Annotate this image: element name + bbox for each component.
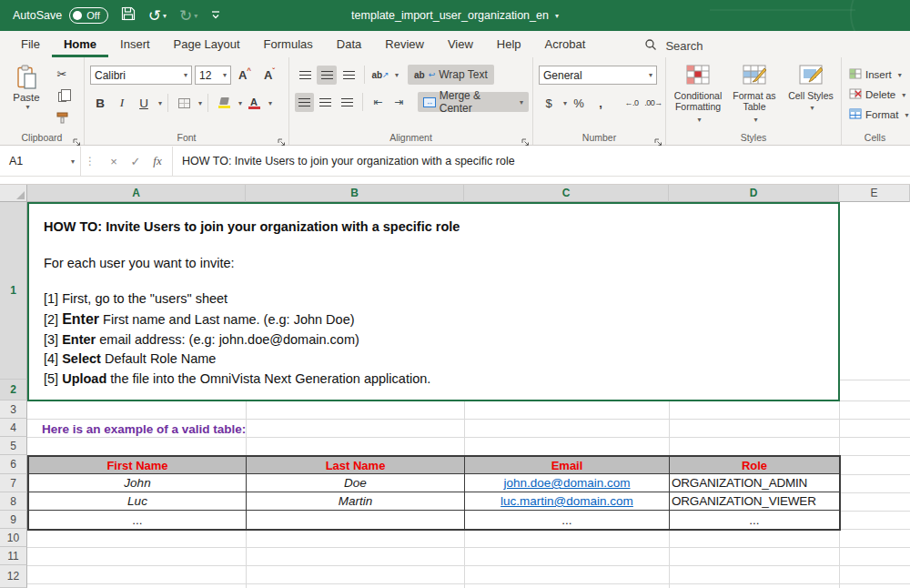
table-header-last-name[interactable]: Last Name xyxy=(247,457,465,474)
name-box[interactable]: A1 ▾ xyxy=(0,147,80,176)
column-header-d[interactable]: D xyxy=(669,185,839,202)
table-header-role[interactable]: Role xyxy=(670,457,839,474)
alignment-dialog-launcher[interactable] xyxy=(521,134,530,142)
accounting-format-button[interactable]: $ xyxy=(539,93,559,113)
cell-last-name[interactable]: Martin xyxy=(247,492,465,511)
document-title[interactable]: template_import_user_organization_en ▾ xyxy=(351,0,559,31)
delete-cells-button[interactable]: Delete ▾ xyxy=(847,85,905,105)
decrease-indent-button[interactable]: ⇤ xyxy=(369,93,388,112)
selected-cell-a1[interactable]: HOW TO: Invite Users to join your organi… xyxy=(27,202,840,401)
conditional-formatting-button[interactable]: Conditional Formatting ▾ xyxy=(672,65,724,130)
save-button[interactable] xyxy=(121,6,136,25)
select-all-corner[interactable] xyxy=(0,185,27,202)
tab-file[interactable]: File xyxy=(9,31,52,57)
cell-first-name[interactable]: ... xyxy=(29,511,247,529)
align-left-button[interactable] xyxy=(295,93,314,112)
cell-email[interactable]: ... xyxy=(465,511,670,529)
tab-review[interactable]: Review xyxy=(373,31,436,57)
merge-center-button[interactable]: ↔ Merge & Center ▾ xyxy=(418,92,529,112)
font-size-select[interactable]: 12 ▾ xyxy=(195,66,231,85)
chevron-down-icon[interactable]: ▾ xyxy=(395,71,399,79)
table-header-first-name[interactable]: First Name xyxy=(29,457,247,474)
row-header-1[interactable]: 1 xyxy=(0,202,27,380)
cell-email-link[interactable]: john.doe@domain.com xyxy=(465,474,670,492)
chevron-down-icon[interactable]: ▾ xyxy=(158,99,162,107)
percent-style-button[interactable]: % xyxy=(569,93,589,113)
tab-acrobat[interactable]: Acrobat xyxy=(533,31,598,57)
cell-role[interactable]: ORGANIZATION_ADMIN xyxy=(670,474,839,492)
autosave-toggle[interactable]: AutoSave Off xyxy=(13,7,108,24)
fill-color-button[interactable] xyxy=(214,93,234,113)
tab-page-layout[interactable]: Page Layout xyxy=(162,31,252,57)
row-header-5[interactable]: 5 xyxy=(0,437,27,455)
bold-button[interactable]: B xyxy=(90,93,110,113)
row-header-2[interactable]: 2 xyxy=(0,380,27,400)
number-dialog-launcher[interactable] xyxy=(654,134,662,142)
middle-align-button[interactable] xyxy=(317,66,337,85)
tab-formulas[interactable]: Formulas xyxy=(252,31,325,57)
enter-button[interactable]: ✓ xyxy=(125,150,147,172)
tab-home[interactable]: Home xyxy=(52,31,108,57)
chevron-down-icon[interactable]: ▾ xyxy=(198,99,202,107)
tab-help[interactable]: Help xyxy=(485,31,533,57)
cell-styles-button[interactable]: Cell Styles ▾ xyxy=(784,65,837,130)
cut-button[interactable]: ✂ xyxy=(51,65,73,83)
comma-style-button[interactable]: , xyxy=(591,93,611,113)
cell-last-name[interactable] xyxy=(247,511,465,529)
cell-first-name[interactable]: John xyxy=(29,474,247,492)
wrap-text-button[interactable]: ab↩ Wrap Text xyxy=(408,65,494,85)
increase-font-size-button[interactable]: A^ xyxy=(234,66,256,85)
formula-bar-resize-handle[interactable]: ⋮ xyxy=(80,147,99,176)
column-header-a[interactable]: A xyxy=(27,185,246,202)
underline-button[interactable]: U xyxy=(134,93,154,113)
borders-button[interactable] xyxy=(174,93,194,113)
chevron-down-icon[interactable]: ▾ xyxy=(238,99,242,107)
font-dialog-launcher[interactable] xyxy=(278,134,286,142)
row-header-7[interactable]: 7 xyxy=(0,474,27,492)
row-header-3[interactable]: 3 xyxy=(0,400,27,419)
increase-indent-button[interactable]: ⇥ xyxy=(389,93,409,112)
row-header-6[interactable]: 6 xyxy=(0,455,27,474)
redo-button[interactable]: ↻ ▾ xyxy=(179,8,197,24)
format-as-table-button[interactable]: Format as Table ▾ xyxy=(728,65,781,130)
insert-cells-button[interactable]: Insert ▾ xyxy=(847,65,905,85)
cell-last-name[interactable]: Doe xyxy=(247,474,465,492)
column-header-e[interactable]: E xyxy=(839,185,910,202)
customize-quick-access-button[interactable] xyxy=(210,7,221,24)
decrease-font-size-button[interactable]: Aˇ xyxy=(258,66,280,85)
tab-view[interactable]: View xyxy=(436,31,485,57)
bottom-align-button[interactable] xyxy=(339,66,359,85)
cancel-button[interactable]: × xyxy=(103,150,125,172)
table-header-email[interactable]: Email xyxy=(465,457,670,474)
row-header-10[interactable]: 10 xyxy=(0,529,27,547)
row-header-11[interactable]: 11 xyxy=(0,547,27,565)
paste-button[interactable]: Paste ▾ xyxy=(7,65,46,132)
row-header-8[interactable]: 8 xyxy=(0,492,27,511)
insert-function-button[interactable]: fx xyxy=(147,150,168,172)
tab-data[interactable]: Data xyxy=(325,31,373,57)
column-header-c[interactable]: C xyxy=(464,185,669,202)
row-header-9[interactable]: 9 xyxy=(0,511,27,529)
cell-first-name[interactable]: Luc xyxy=(29,492,247,511)
orientation-button[interactable]: ab↗ xyxy=(370,66,390,85)
format-painter-button[interactable] xyxy=(51,110,73,128)
search-box[interactable]: Search xyxy=(644,31,703,57)
chevron-down-icon[interactable]: ▾ xyxy=(268,99,272,107)
formula-input[interactable]: HOW TO: Invite Users to join your organi… xyxy=(173,147,910,176)
undo-button[interactable]: ↺ ▾ xyxy=(148,8,167,24)
align-right-button[interactable] xyxy=(338,93,357,112)
format-cells-button[interactable]: Format ▾ xyxy=(847,105,905,125)
cell-role[interactable]: ORGANIZATION_VIEWER xyxy=(670,492,839,511)
row-header-12[interactable]: 12 xyxy=(0,565,27,588)
font-name-select[interactable]: Calibri ▾ xyxy=(90,66,192,85)
cell-role[interactable]: ... xyxy=(670,511,839,529)
decrease-decimal-button[interactable]: .00→ xyxy=(643,93,663,113)
copy-button[interactable] xyxy=(51,87,73,106)
chevron-down-icon[interactable]: ▾ xyxy=(563,99,567,107)
row-header-4[interactable]: 4 xyxy=(0,419,27,437)
number-format-select[interactable]: General ▾ xyxy=(539,66,657,85)
font-color-button[interactable]: A xyxy=(244,93,264,113)
align-center-button[interactable] xyxy=(316,93,335,112)
cell-email-link[interactable]: luc.martin@domain.com xyxy=(465,492,670,511)
increase-decimal-button[interactable]: ←.0 xyxy=(622,93,642,113)
